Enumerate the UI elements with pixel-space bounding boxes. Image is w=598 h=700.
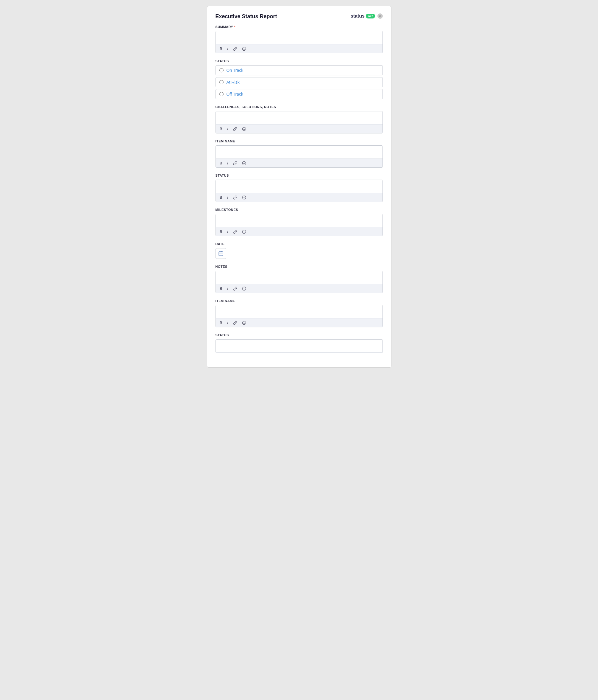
notes-emoji-button[interactable] — [241, 286, 247, 291]
summary-italic-button[interactable]: I — [226, 46, 229, 51]
challenges-section: CHALLENGES, SOLUTIONS, NOTES B I — [215, 105, 383, 133]
modal-header: Executive Status Report status net × — [215, 14, 383, 20]
item-name-2-bold-button[interactable]: B — [219, 320, 223, 325]
item-name-1-label: ITEM NAME — [215, 140, 383, 143]
status-3-section: STATUS — [215, 333, 383, 353]
milestones-link-button[interactable] — [232, 229, 238, 234]
milestones-editor-toolbar: B I — [216, 227, 383, 236]
close-button[interactable]: × — [378, 14, 383, 19]
item-name-1-editor-toolbar: B I — [216, 159, 383, 168]
summary-link-button[interactable] — [232, 47, 238, 51]
item-name-1-bold-button[interactable]: B — [219, 160, 223, 166]
challenges-editor-content[interactable] — [216, 111, 383, 125]
status-radio-group: On Track At Risk Off Track — [215, 65, 383, 99]
item-name-1-link-button[interactable] — [232, 161, 238, 166]
milestones-italic-button[interactable]: I — [226, 229, 229, 234]
milestones-editor: B I — [215, 214, 383, 236]
challenges-bold-button[interactable]: B — [219, 126, 223, 131]
item-name-2-section: ITEM NAME B I — [215, 299, 383, 327]
item-name-1-editor: B I — [215, 145, 383, 168]
notes-bold-button[interactable]: B — [219, 286, 223, 291]
calendar-icon — [218, 251, 224, 256]
status-2-emoji-button[interactable] — [241, 195, 247, 200]
item-name-2-link-button[interactable] — [232, 321, 238, 325]
brand-badge: net — [366, 14, 375, 19]
status-radio-off-track[interactable] — [219, 92, 224, 96]
item-name-2-editor: B I — [215, 305, 383, 327]
brand-logo: status net — [350, 14, 375, 19]
status-2-italic-button[interactable]: I — [226, 195, 229, 200]
item-name-1-editor-content[interactable] — [216, 146, 383, 159]
milestones-bold-button[interactable]: B — [219, 229, 223, 234]
challenges-label: CHALLENGES, SOLUTIONS, NOTES — [215, 105, 383, 109]
modal-title: Executive Status Report — [215, 14, 277, 20]
challenges-italic-button[interactable]: I — [226, 126, 229, 131]
challenges-link-button[interactable] — [232, 127, 238, 131]
status-radio-on-track[interactable] — [219, 68, 224, 72]
required-indicator: * — [234, 25, 235, 29]
milestones-editor-content[interactable] — [216, 214, 383, 227]
svg-point-12 — [242, 230, 246, 233]
notes-section: NOTES B I — [215, 265, 383, 293]
item-name-2-label: ITEM NAME — [215, 299, 383, 303]
summary-editor-content[interactable] — [216, 31, 383, 44]
svg-point-0 — [242, 47, 246, 51]
summary-section: SUMMARY* B I — [215, 25, 383, 53]
header-right: status net × — [350, 14, 383, 19]
executive-status-report-modal: Executive Status Report status net × SUM… — [207, 6, 391, 368]
item-name-2-editor-content[interactable] — [216, 305, 383, 319]
status-option-off-track-label: Off Track — [227, 92, 243, 97]
notes-editor-content[interactable] — [216, 271, 383, 284]
notes-editor: B I — [215, 271, 383, 293]
milestones-emoji-button[interactable] — [241, 229, 247, 234]
status-3-editor — [215, 339, 383, 353]
notes-editor-toolbar: B I — [216, 284, 383, 293]
item-name-1-italic-button[interactable]: I — [226, 160, 229, 166]
status-option-at-risk-label: At Risk — [227, 80, 240, 84]
status-section: STATUS On Track At Risk Off Track — [215, 59, 383, 99]
status-2-link-button[interactable] — [232, 195, 238, 200]
svg-point-22 — [242, 321, 246, 325]
summary-editor-toolbar: B I — [216, 44, 383, 53]
summary-emoji-button[interactable] — [241, 47, 247, 51]
item-name-2-editor-toolbar: B I — [216, 319, 383, 327]
status-option-off-track[interactable]: Off Track — [215, 89, 383, 99]
brand-text: status — [350, 14, 365, 19]
svg-point-3 — [242, 127, 246, 131]
notes-link-button[interactable] — [232, 286, 238, 291]
status-3-editor-content[interactable] — [216, 340, 383, 353]
challenges-emoji-button[interactable] — [241, 127, 247, 131]
svg-rect-15 — [219, 252, 223, 256]
status-option-on-track[interactable]: On Track — [215, 65, 383, 75]
status-2-label: STATUS — [215, 174, 383, 177]
status-2-editor-content[interactable] — [216, 180, 383, 193]
milestones-section: MILESTONES B I — [215, 208, 383, 236]
date-section: DATE — [215, 242, 383, 259]
summary-label: SUMMARY* — [215, 25, 383, 29]
status-label: STATUS — [215, 59, 383, 63]
item-name-1-section: ITEM NAME B I — [215, 140, 383, 168]
item-name-1-emoji-button[interactable] — [241, 161, 247, 166]
svg-point-6 — [242, 161, 246, 165]
status-2-section: STATUS B I — [215, 174, 383, 202]
status-3-label: STATUS — [215, 333, 383, 337]
status-option-at-risk[interactable]: At Risk — [215, 77, 383, 87]
status-2-bold-button[interactable]: B — [219, 195, 223, 200]
milestones-label: MILESTONES — [215, 208, 383, 211]
svg-point-9 — [242, 196, 246, 199]
status-radio-at-risk[interactable] — [219, 80, 224, 84]
date-label: DATE — [215, 242, 383, 246]
modal-title-block: Executive Status Report — [215, 14, 277, 20]
status-2-editor-toolbar: B I — [216, 193, 383, 202]
status-option-on-track-label: On Track — [227, 68, 243, 73]
challenges-editor-toolbar: B I — [216, 125, 383, 133]
status-2-editor: B I — [215, 180, 383, 202]
item-name-2-italic-button[interactable]: I — [226, 320, 229, 325]
notes-label: NOTES — [215, 265, 383, 268]
notes-italic-button[interactable]: I — [226, 286, 229, 291]
date-picker-button[interactable] — [215, 248, 226, 259]
summary-bold-button[interactable]: B — [219, 46, 223, 51]
summary-editor: B I — [215, 31, 383, 53]
item-name-2-emoji-button[interactable] — [241, 321, 247, 325]
challenges-editor: B I — [215, 111, 383, 133]
